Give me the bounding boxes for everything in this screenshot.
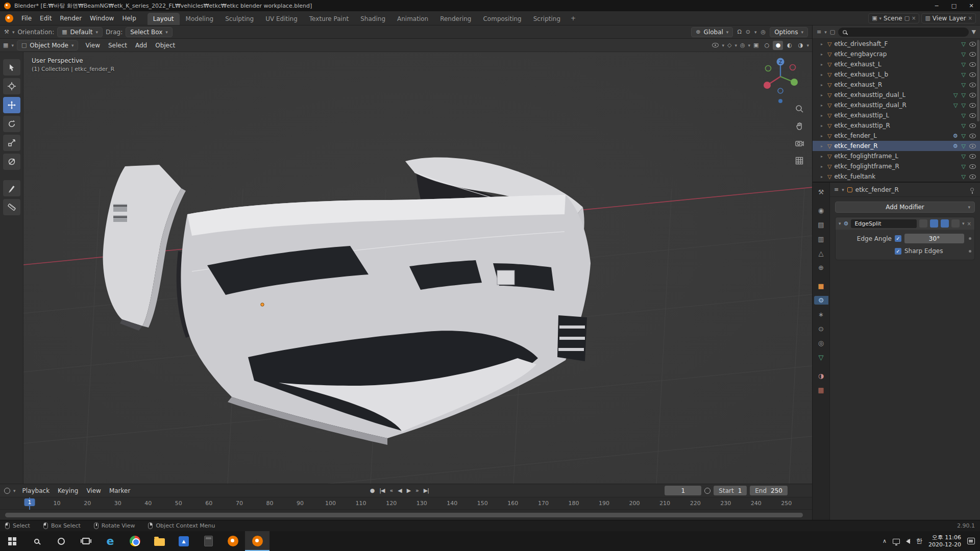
visibility-eye-icon[interactable] xyxy=(969,72,976,77)
menu-item[interactable]: File xyxy=(17,15,36,22)
annotate-tool[interactable] xyxy=(3,180,20,196)
pan-button[interactable] xyxy=(794,120,805,132)
taskbar-blender-active[interactable] xyxy=(245,531,270,551)
modifier-extras-icon[interactable]: ▾ xyxy=(962,221,965,226)
pin-icon[interactable] xyxy=(970,188,974,191)
menu-item[interactable]: Window xyxy=(86,15,118,22)
scale-tool[interactable] xyxy=(3,135,20,151)
orientation-dropdown[interactable]: ▦ Default ▾ xyxy=(57,27,103,37)
select-box-tool[interactable] xyxy=(3,59,20,76)
taskbar-blender[interactable] xyxy=(220,531,245,551)
delete-modifier-icon[interactable]: × xyxy=(967,221,971,227)
play-button[interactable]: ▶ xyxy=(407,487,410,494)
outliner-item[interactable]: ▸ ▽ etkc_foglightframe_L ⚙ ▽ ▽ xyxy=(813,151,980,161)
timeline-menu-item[interactable]: Keying xyxy=(54,487,82,494)
cage-toggle[interactable] xyxy=(951,219,960,228)
view-layer-selector[interactable]: ▥ View Layer × xyxy=(921,13,976,23)
taskbar-photos[interactable]: ▲ xyxy=(172,531,196,551)
visibility-eye-icon[interactable] xyxy=(969,103,976,108)
render-visibility-toggle[interactable] xyxy=(919,219,927,228)
menu-item[interactable]: Edit xyxy=(36,15,56,22)
timeline-scrollbar[interactable] xyxy=(0,510,812,520)
tab-view-layer[interactable]: ▥ xyxy=(814,235,828,243)
xray-toggle-icon[interactable]: ▣ xyxy=(753,42,758,48)
visibility-eye-icon[interactable] xyxy=(969,164,976,169)
proportional-editing-icon[interactable]: ◎ xyxy=(761,29,766,35)
display-mode-icon[interactable]: ▢ xyxy=(830,29,835,35)
animate-dot-icon[interactable] xyxy=(969,237,971,240)
visibility-eye-icon[interactable] xyxy=(969,123,976,128)
measure-tool[interactable] xyxy=(3,199,20,215)
taskbar-file-explorer[interactable] xyxy=(147,531,172,551)
snap-magnet-icon[interactable]: Ω xyxy=(737,29,741,35)
properties-editor-icon[interactable]: ≡ xyxy=(834,186,839,193)
previous-keyframe-button[interactable]: « xyxy=(389,487,393,494)
blender-menu-icon[interactable] xyxy=(5,14,13,22)
outliner-item[interactable]: ▸ ▽ etkc_foglightframe_R ⚙ ▽ ▽ xyxy=(813,161,980,171)
visibility-eye-icon[interactable] xyxy=(969,62,976,67)
zoom-button[interactable] xyxy=(794,103,805,114)
expand-arrow-icon[interactable]: ▸ xyxy=(821,113,825,118)
visibility-eye-icon[interactable] xyxy=(969,174,976,179)
visibility-eye-icon[interactable] xyxy=(969,144,976,148)
jump-to-start-button[interactable]: |◀ xyxy=(379,487,384,494)
timeline-scrollbar-thumb[interactable] xyxy=(5,513,803,517)
tab-modifiers[interactable]: ⚙ xyxy=(814,296,828,305)
close-icon[interactable]: × xyxy=(968,15,972,21)
visibility-eye-icon[interactable] xyxy=(969,134,976,138)
timeline-menu-item[interactable]: Marker xyxy=(106,487,134,494)
close-button[interactable]: ✕ xyxy=(963,0,980,11)
close-icon[interactable]: × xyxy=(912,15,916,21)
toggle-ortho-button[interactable] xyxy=(794,155,805,166)
outliner-item[interactable]: ▸ ▽ etkc_exhausttip_dual_R ⚙ ▽ ▽ xyxy=(813,100,980,110)
taskbar-chrome[interactable] xyxy=(122,531,147,551)
outliner-item[interactable]: ▸ ▽ etkc_exhaust_R ⚙ ▽ ▽ xyxy=(813,80,980,90)
visibility-eye-icon[interactable] xyxy=(969,113,976,118)
minimize-button[interactable]: ─ xyxy=(928,0,945,11)
shading-rendered-icon[interactable]: ◑ xyxy=(795,41,805,50)
navigation-gizmo[interactable]: Z xyxy=(759,55,802,104)
move-tool[interactable] xyxy=(3,97,20,113)
play-reverse-button[interactable]: ◀ xyxy=(398,487,401,494)
visibility-toggles-icon[interactable] xyxy=(712,43,719,47)
outliner-item[interactable]: ▸ ▽ etkc_engbaycrap ⚙ ▽ ▽ xyxy=(813,49,980,59)
workspace-tab[interactable]: Scripting xyxy=(528,13,566,25)
start-frame-field[interactable]: Start 1 xyxy=(714,486,747,495)
active-tool-icon[interactable]: ⚒ xyxy=(4,29,9,35)
start-button[interactable] xyxy=(0,531,24,551)
outliner-item[interactable]: ▸ ▽ etkc_exhausttip_L ⚙ ▽ ▽ xyxy=(813,110,980,120)
transform-tool[interactable] xyxy=(3,154,20,170)
maximize-button[interactable]: □ xyxy=(945,0,963,11)
overlays-toggle-icon[interactable]: ◎ xyxy=(740,42,745,48)
expand-arrow-icon[interactable]: ▸ xyxy=(821,62,825,67)
shading-material-icon[interactable]: ◐ xyxy=(784,41,794,50)
mode-dropdown[interactable]: □ Object Mode ▾ xyxy=(17,40,79,51)
expand-arrow-icon[interactable]: ▸ xyxy=(821,83,825,87)
edge-angle-checkbox[interactable]: ✓ xyxy=(895,235,901,242)
workspace-tab[interactable]: Animation xyxy=(391,13,434,25)
tab-output[interactable]: ▤ xyxy=(814,220,828,229)
jump-to-end-button[interactable]: ▶| xyxy=(424,487,429,494)
next-keyframe-button[interactable]: » xyxy=(415,487,419,494)
outliner-item[interactable]: ▸ ▽ etkc_exhaust_L_b ⚙ ▽ ▽ xyxy=(813,69,980,80)
transform-orientation-dropdown[interactable]: ⊕ Global ▾ xyxy=(691,27,733,37)
timeline-menu-item[interactable]: View xyxy=(83,487,104,494)
workspace-tab[interactable]: Shading xyxy=(355,13,391,25)
outliner-item[interactable]: ▸ ▽ etkc_fender_R ⚙ ▽ ▽ xyxy=(813,141,980,151)
outliner-item[interactable]: ▸ ▽ etkc_driveshaft_F ⚙ ▽ ▽ xyxy=(813,39,980,49)
editor-type-icon[interactable]: ▦ xyxy=(3,42,8,48)
volume-muted-icon[interactable] xyxy=(906,539,910,544)
timeline-menu-item[interactable]: Playback xyxy=(19,487,54,494)
action-center-icon[interactable] xyxy=(967,538,975,544)
tab-object[interactable]: ■ xyxy=(814,282,828,290)
workspace-tab[interactable]: Layout xyxy=(148,13,180,25)
viewport-menu-item[interactable]: View xyxy=(81,42,104,49)
expand-arrow-icon[interactable]: ▸ xyxy=(821,144,825,148)
options-dropdown[interactable]: Options ▾ xyxy=(770,27,808,37)
expand-arrow-icon[interactable]: ▸ xyxy=(821,42,825,46)
taskbar-clock[interactable]: 오후 11:06 2020-12-20 xyxy=(928,534,961,548)
tab-world[interactable]: ⊕ xyxy=(814,263,828,272)
cursor-tool[interactable] xyxy=(3,78,20,94)
workspace-tab[interactable]: Sculpting xyxy=(219,13,259,25)
timeline-ruler[interactable]: 1 10203040506070809010011012013014015016… xyxy=(0,497,812,510)
